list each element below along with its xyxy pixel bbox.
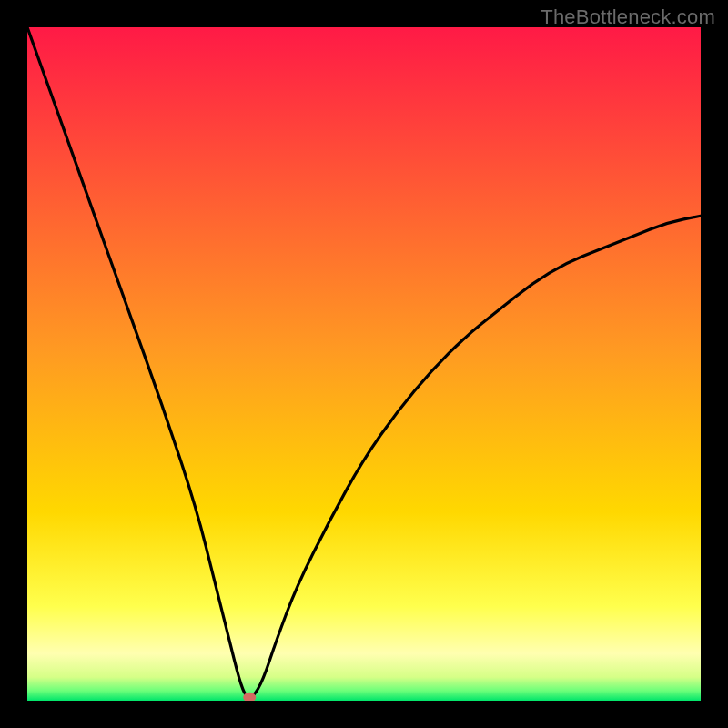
plot-area bbox=[27, 27, 701, 701]
bottleneck-chart bbox=[27, 27, 701, 701]
watermark-text: TheBottleneck.com bbox=[541, 5, 715, 29]
gradient-background bbox=[27, 27, 701, 701]
chart-frame: TheBottleneck.com bbox=[0, 0, 728, 728]
